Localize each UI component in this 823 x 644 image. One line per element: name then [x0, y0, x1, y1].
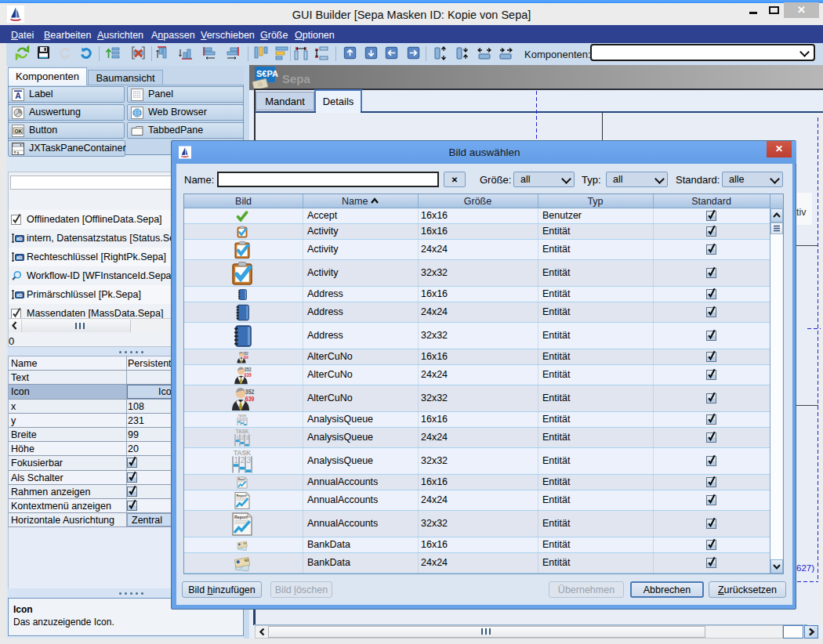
- svg-text:Report: Report: [237, 494, 247, 497]
- svg-text:S€PA: S€PA: [256, 69, 278, 78]
- svg-text:1: 1: [234, 456, 239, 465]
- svg-text:639: 639: [245, 395, 255, 403]
- svg-text:50: 50: [244, 558, 249, 563]
- svg-text:3: 3: [247, 456, 252, 465]
- svg-text:OK: OK: [15, 128, 23, 134]
- svg-text:2: 2: [241, 434, 244, 441]
- svg-text:639: 639: [244, 356, 248, 360]
- svg-text:639: 639: [245, 372, 252, 378]
- svg-text:ab: ab: [16, 292, 23, 298]
- svg-text:2: 2: [241, 417, 244, 421]
- svg-text:352: 352: [245, 367, 252, 372]
- svg-text:ab: ab: [16, 236, 23, 241]
- svg-text:A: A: [15, 91, 21, 100]
- svg-text:2: 2: [241, 456, 245, 465]
- svg-text:Report: Report: [234, 515, 248, 519]
- svg-text:3: 3: [245, 417, 247, 421]
- svg-text:1: 1: [236, 434, 239, 441]
- svg-text:Report: Report: [238, 478, 245, 481]
- svg-text:3: 3: [245, 434, 248, 441]
- svg-text:ab: ab: [16, 255, 23, 260]
- svg-text:1: 1: [238, 417, 241, 421]
